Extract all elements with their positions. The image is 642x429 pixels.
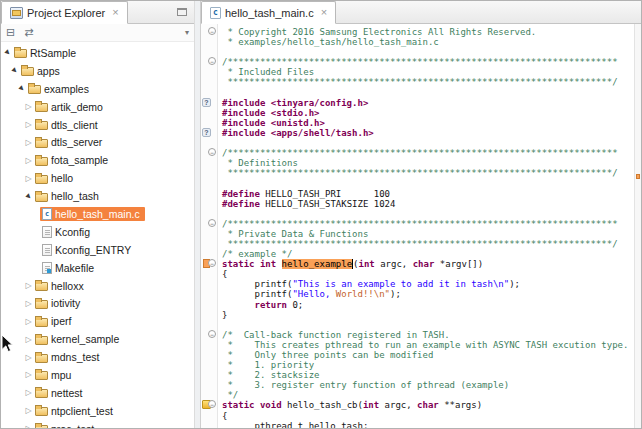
tree-item-apps[interactable]: ▼apps	[1, 62, 194, 80]
code-line[interactable]: {	[222, 269, 634, 279]
code-line[interactable]: #include <apps/shell/tash.h>	[222, 128, 634, 138]
code-line[interactable]: * Definitions	[222, 158, 634, 168]
code-line[interactable]: #define HELLO_TASH_PRI 100	[222, 189, 634, 199]
code-line[interactable]: */	[222, 390, 634, 400]
collapsed-arrow-icon[interactable]: ▷	[24, 335, 33, 344]
tree-item-mdns_test[interactable]: ▷mdns_test	[1, 348, 194, 366]
code-line[interactable]: /* example */	[222, 249, 634, 259]
code-line[interactable]: #include <unistd.h>	[222, 118, 634, 128]
code-line[interactable]: static void hello_tash_cb(int argc, char…	[222, 400, 634, 410]
code-area[interactable]: * Copyright 2016 Samsung Electronics All…	[218, 24, 634, 428]
tree-item-ntpclient_test[interactable]: ▷ntpclient_test	[1, 402, 194, 420]
occurrence-tick[interactable]	[636, 174, 640, 179]
code-line[interactable]: /***************************************…	[222, 57, 634, 67]
collapsed-arrow-icon[interactable]: ▷	[24, 102, 33, 111]
code-line[interactable]: pthread_t hello_tash;	[222, 421, 634, 428]
code-line[interactable]: * Only three points can be modified	[222, 350, 634, 360]
fold-minus-icon[interactable]: −	[208, 148, 216, 156]
tree-item-helloxx[interactable]: ▷helloxx	[1, 277, 194, 295]
pane-splitter[interactable]	[194, 1, 201, 428]
tab-project-explorer[interactable]: Project Explorer ×	[1, 1, 128, 24]
fold-minus-icon[interactable]: −	[208, 400, 216, 408]
tree-item-proc_test[interactable]: ▷proc_test	[1, 420, 194, 428]
fold-minus-icon[interactable]: −	[208, 57, 216, 65]
close-icon[interactable]: ×	[112, 7, 118, 18]
collapse-all-icon[interactable]: ⊟	[6, 27, 15, 38]
code-line[interactable]: #include <stdio.h>	[222, 108, 634, 118]
tree-item-Kconfig[interactable]: Kconfig	[1, 223, 194, 241]
tree-item-artik_demo[interactable]: ▷artik_demo	[1, 98, 194, 116]
code-line[interactable]: * examples/hello_tash/hello_tash_main.c	[222, 37, 634, 47]
tree-item-dtls_client[interactable]: ▷dtls_client	[1, 116, 194, 134]
code-line[interactable]: printf("Hello, World!!\n");	[222, 289, 634, 299]
code-line[interactable]	[222, 138, 634, 148]
tree-item-iperf[interactable]: ▷iperf	[1, 312, 194, 330]
collapsed-arrow-icon[interactable]: ▷	[24, 353, 33, 362]
collapsed-arrow-icon[interactable]: ▷	[24, 406, 33, 415]
maximize-icon[interactable]	[177, 8, 187, 16]
tree-item-Makefile[interactable]: Makefile	[1, 259, 194, 277]
tree-item-hello_tash[interactable]: ▼hello_tash	[1, 187, 194, 205]
code-line[interactable]: * This creates pthread to run an example…	[222, 340, 634, 350]
tree-item-nettest[interactable]: ▷nettest	[1, 384, 194, 402]
collapsed-arrow-icon[interactable]: ▷	[24, 174, 33, 183]
code-line[interactable]: * Copyright 2016 Samsung Electronics All…	[222, 27, 634, 37]
tree-item-hello_tash_main.c[interactable]: chello_tash_main.c	[1, 205, 194, 223]
overview-ruler[interactable]	[634, 24, 641, 428]
code-line[interactable]: ****************************************…	[222, 239, 634, 249]
collapsed-arrow-icon[interactable]: ▷	[24, 388, 33, 397]
code-line[interactable]: #define HELLO_TASH_STAKSIZE 1024	[222, 199, 634, 209]
code-line[interactable]: * 2. stacksize	[222, 370, 634, 380]
tree-item-kernel_sample[interactable]: ▷kernel_sample	[1, 330, 194, 348]
code-line[interactable]: ****************************************…	[222, 77, 634, 87]
code-segment: * Included Files	[222, 67, 314, 77]
close-icon[interactable]: ×	[321, 7, 327, 18]
collapsed-arrow-icon[interactable]: ▷	[24, 424, 33, 428]
fold-minus-icon[interactable]: −	[208, 259, 216, 267]
code-line[interactable]: * Private Data & Functions	[222, 229, 634, 239]
tree-item-mpu[interactable]: ▷mpu	[1, 366, 194, 384]
code-line[interactable]	[222, 178, 634, 188]
code-line[interactable]: * 1. priority	[222, 360, 634, 370]
gutter-row	[201, 370, 217, 380]
fold-minus-icon[interactable]: −	[208, 27, 216, 35]
code-line[interactable]: ****************************************…	[222, 168, 634, 178]
tree-item-examples[interactable]: ▼examples	[1, 80, 194, 98]
code-segment: int	[363, 400, 379, 410]
code-line[interactable]: * 3. register entry function of pthread …	[222, 380, 634, 390]
code-line[interactable]: static int hello_example(int argc, char …	[222, 259, 634, 269]
view-menu-icon[interactable]: ▾	[185, 29, 189, 37]
folder-icon	[35, 316, 48, 327]
code-line[interactable]: #include <tinyara/config.h>	[222, 98, 634, 108]
code-line[interactable]: /* Call-back function registered in TASH…	[222, 330, 634, 340]
collapsed-arrow-icon[interactable]: ▷	[24, 138, 33, 147]
code-line[interactable]: return 0;	[222, 300, 634, 310]
collapsed-arrow-icon[interactable]: ▷	[24, 156, 33, 165]
link-with-editor-icon[interactable]: ⇄	[24, 27, 33, 38]
code-line[interactable]	[222, 47, 634, 57]
tree-item-RtSample[interactable]: ▼RtSample	[1, 44, 194, 62]
tree-item-hello[interactable]: ▷hello	[1, 169, 194, 187]
tab-editor-file[interactable]: c hello_tash_main.c ×	[201, 1, 336, 24]
code-line[interactable]: }	[222, 310, 634, 320]
fold-minus-icon[interactable]: −	[208, 219, 216, 227]
fold-minus-icon[interactable]: −	[208, 330, 216, 338]
tree-item-iotivity[interactable]: ▷iotivity	[1, 294, 194, 312]
code-line[interactable]: * Included Files	[222, 67, 634, 77]
code-line[interactable]	[222, 320, 634, 330]
code-line[interactable]: /***************************************…	[222, 148, 634, 158]
code-line[interactable]	[222, 209, 634, 219]
collapsed-arrow-icon[interactable]: ▷	[24, 120, 33, 129]
tree-item-fota_sample[interactable]: ▷fota_sample	[1, 151, 194, 169]
code-line[interactable]: /***************************************…	[222, 219, 634, 229]
collapsed-arrow-icon[interactable]: ▷	[24, 299, 33, 308]
code-line[interactable]: printf("This is an example to add it in …	[222, 279, 634, 289]
collapsed-arrow-icon[interactable]: ▷	[24, 370, 33, 379]
tree-item-dtls_server[interactable]: ▷dtls_server	[1, 133, 194, 151]
code-line[interactable]	[222, 88, 634, 98]
code-segment: ****************************************…	[222, 239, 618, 249]
code-line[interactable]: {	[222, 411, 634, 421]
tree-item-Kconfig_ENTRY[interactable]: Kconfig_ENTRY	[1, 241, 194, 259]
collapsed-arrow-icon[interactable]: ▷	[24, 317, 33, 326]
collapsed-arrow-icon[interactable]: ▷	[24, 281, 33, 290]
